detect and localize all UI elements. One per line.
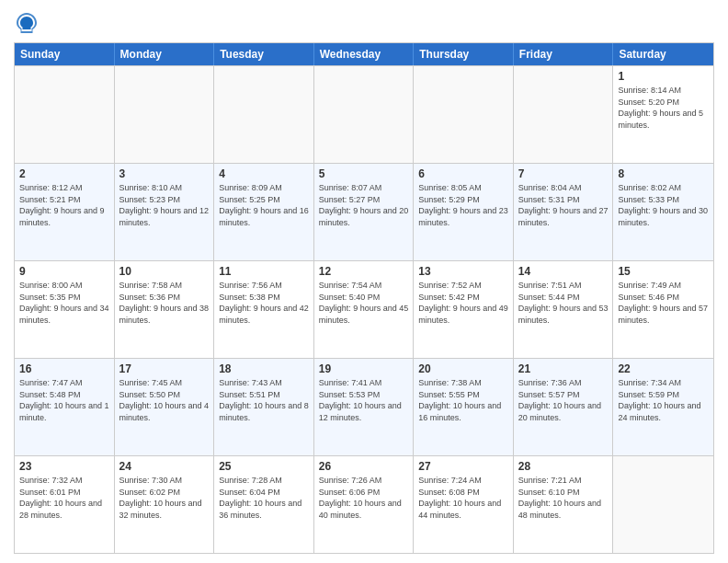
day-info: Sunrise: 7:34 AM Sunset: 5:59 PM Dayligh…	[618, 377, 709, 423]
day-number: 5	[319, 167, 409, 180]
day-info: Sunrise: 7:52 AM Sunset: 5:42 PM Dayligh…	[418, 280, 508, 326]
day-number: 15	[618, 265, 709, 278]
calendar-cell: 26Sunrise: 7:26 AM Sunset: 6:06 PM Dayli…	[314, 456, 415, 553]
day-number: 22	[618, 362, 709, 375]
calendar-cell: 27Sunrise: 7:24 AM Sunset: 6:08 PM Dayli…	[414, 456, 514, 553]
calendar-cell: 28Sunrise: 7:21 AM Sunset: 6:10 PM Dayli…	[514, 456, 614, 553]
calendar-header-cell: Wednesday	[314, 43, 415, 65]
calendar-cell: 22Sunrise: 7:34 AM Sunset: 5:59 PM Dayli…	[613, 359, 713, 455]
calendar-header-cell: Monday	[115, 43, 215, 65]
day-number: 26	[319, 460, 409, 473]
day-number: 8	[618, 167, 709, 180]
day-number: 24	[119, 460, 210, 473]
calendar-row: 16Sunrise: 7:47 AM Sunset: 5:48 PM Dayli…	[15, 358, 713, 455]
day-info: Sunrise: 8:07 AM Sunset: 5:27 PM Dayligh…	[319, 182, 409, 228]
day-info: Sunrise: 7:58 AM Sunset: 5:36 PM Dayligh…	[119, 280, 210, 326]
day-number: 10	[119, 265, 210, 278]
calendar-cell: 16Sunrise: 7:47 AM Sunset: 5:48 PM Dayli…	[15, 359, 115, 455]
calendar-cell: 25Sunrise: 7:28 AM Sunset: 6:04 PM Dayli…	[214, 456, 314, 553]
day-info: Sunrise: 8:09 AM Sunset: 5:25 PM Dayligh…	[219, 182, 309, 228]
calendar-cell: 4Sunrise: 8:09 AM Sunset: 5:25 PM Daylig…	[214, 164, 314, 260]
calendar-cell: 17Sunrise: 7:45 AM Sunset: 5:50 PM Dayli…	[115, 359, 215, 455]
calendar-cell: 3Sunrise: 8:10 AM Sunset: 5:23 PM Daylig…	[115, 164, 215, 260]
calendar-cell	[314, 66, 415, 163]
day-info: Sunrise: 8:10 AM Sunset: 5:23 PM Dayligh…	[119, 182, 210, 228]
calendar-cell	[514, 66, 614, 163]
day-number: 9	[19, 265, 109, 278]
day-number: 17	[119, 362, 210, 375]
day-info: Sunrise: 7:45 AM Sunset: 5:50 PM Dayligh…	[119, 377, 210, 423]
logo-icon	[14, 9, 40, 35]
calendar-cell	[414, 66, 514, 163]
day-info: Sunrise: 7:36 AM Sunset: 5:57 PM Dayligh…	[518, 377, 609, 423]
day-info: Sunrise: 7:30 AM Sunset: 6:02 PM Dayligh…	[119, 475, 210, 521]
calendar-row: 23Sunrise: 7:32 AM Sunset: 6:01 PM Dayli…	[15, 455, 713, 553]
day-number: 16	[19, 362, 109, 375]
day-info: Sunrise: 8:02 AM Sunset: 5:33 PM Dayligh…	[618, 182, 709, 228]
day-info: Sunrise: 7:24 AM Sunset: 6:08 PM Dayligh…	[418, 475, 508, 521]
calendar-header-cell: Friday	[514, 43, 614, 65]
calendar-cell: 10Sunrise: 7:58 AM Sunset: 5:36 PM Dayli…	[115, 261, 215, 358]
day-number: 12	[319, 265, 409, 278]
day-info: Sunrise: 7:26 AM Sunset: 6:06 PM Dayligh…	[319, 475, 409, 521]
calendar-cell: 2Sunrise: 8:12 AM Sunset: 5:21 PM Daylig…	[15, 164, 115, 260]
day-number: 11	[219, 265, 309, 278]
calendar-cell: 1Sunrise: 8:14 AM Sunset: 5:20 PM Daylig…	[613, 66, 713, 163]
day-number: 21	[518, 362, 609, 375]
logo	[14, 9, 43, 35]
calendar-cell	[115, 66, 215, 163]
calendar: SundayMondayTuesdayWednesdayThursdayFrid…	[14, 42, 714, 554]
day-number: 20	[418, 362, 508, 375]
day-info: Sunrise: 8:12 AM Sunset: 5:21 PM Dayligh…	[19, 182, 109, 228]
calendar-header-cell: Thursday	[414, 43, 514, 65]
day-info: Sunrise: 7:47 AM Sunset: 5:48 PM Dayligh…	[19, 377, 109, 423]
page: SundayMondayTuesdayWednesdayThursdayFrid…	[0, 0, 728, 563]
day-number: 4	[219, 167, 309, 180]
day-info: Sunrise: 8:14 AM Sunset: 5:20 PM Dayligh…	[618, 85, 709, 131]
day-number: 13	[418, 265, 508, 278]
header	[14, 9, 714, 35]
day-number: 18	[219, 362, 309, 375]
day-number: 27	[418, 460, 508, 473]
calendar-cell: 21Sunrise: 7:36 AM Sunset: 5:57 PM Dayli…	[514, 359, 614, 455]
calendar-cell: 18Sunrise: 7:43 AM Sunset: 5:51 PM Dayli…	[214, 359, 314, 455]
calendar-cell: 23Sunrise: 7:32 AM Sunset: 6:01 PM Dayli…	[15, 456, 115, 553]
day-info: Sunrise: 7:41 AM Sunset: 5:53 PM Dayligh…	[319, 377, 409, 423]
day-number: 7	[518, 167, 609, 180]
calendar-cell: 24Sunrise: 7:30 AM Sunset: 6:02 PM Dayli…	[115, 456, 215, 553]
calendar-cell: 14Sunrise: 7:51 AM Sunset: 5:44 PM Dayli…	[514, 261, 614, 358]
calendar-body: 1Sunrise: 8:14 AM Sunset: 5:20 PM Daylig…	[15, 65, 713, 553]
calendar-cell: 5Sunrise: 8:07 AM Sunset: 5:27 PM Daylig…	[314, 164, 415, 260]
day-info: Sunrise: 8:05 AM Sunset: 5:29 PM Dayligh…	[418, 182, 508, 228]
day-number: 3	[119, 167, 210, 180]
day-info: Sunrise: 7:32 AM Sunset: 6:01 PM Dayligh…	[19, 475, 109, 521]
calendar-header-cell: Tuesday	[214, 43, 314, 65]
calendar-cell: 7Sunrise: 8:04 AM Sunset: 5:31 PM Daylig…	[514, 164, 614, 260]
calendar-cell: 12Sunrise: 7:54 AM Sunset: 5:40 PM Dayli…	[314, 261, 415, 358]
day-number: 19	[319, 362, 409, 375]
day-number: 6	[418, 167, 508, 180]
day-number: 25	[219, 460, 309, 473]
day-info: Sunrise: 7:54 AM Sunset: 5:40 PM Dayligh…	[319, 280, 409, 326]
calendar-header-cell: Sunday	[15, 43, 115, 65]
day-info: Sunrise: 8:04 AM Sunset: 5:31 PM Dayligh…	[518, 182, 609, 228]
day-number: 2	[19, 167, 109, 180]
day-number: 1	[618, 70, 709, 83]
day-info: Sunrise: 7:49 AM Sunset: 5:46 PM Dayligh…	[618, 280, 709, 326]
calendar-cell: 6Sunrise: 8:05 AM Sunset: 5:29 PM Daylig…	[414, 164, 514, 260]
calendar-header-cell: Saturday	[613, 43, 713, 65]
calendar-cell: 11Sunrise: 7:56 AM Sunset: 5:38 PM Dayli…	[214, 261, 314, 358]
calendar-cell: 19Sunrise: 7:41 AM Sunset: 5:53 PM Dayli…	[314, 359, 415, 455]
day-info: Sunrise: 7:38 AM Sunset: 5:55 PM Dayligh…	[418, 377, 508, 423]
day-info: Sunrise: 7:28 AM Sunset: 6:04 PM Dayligh…	[219, 475, 309, 521]
day-info: Sunrise: 7:56 AM Sunset: 5:38 PM Dayligh…	[219, 280, 309, 326]
day-info: Sunrise: 7:43 AM Sunset: 5:51 PM Dayligh…	[219, 377, 309, 423]
calendar-cell	[15, 66, 115, 163]
day-number: 14	[518, 265, 609, 278]
calendar-cell	[613, 456, 713, 553]
calendar-cell: 15Sunrise: 7:49 AM Sunset: 5:46 PM Dayli…	[613, 261, 713, 358]
calendar-header: SundayMondayTuesdayWednesdayThursdayFrid…	[15, 43, 713, 65]
day-number: 28	[518, 460, 609, 473]
calendar-cell	[214, 66, 314, 163]
calendar-row: 1Sunrise: 8:14 AM Sunset: 5:20 PM Daylig…	[15, 65, 713, 163]
